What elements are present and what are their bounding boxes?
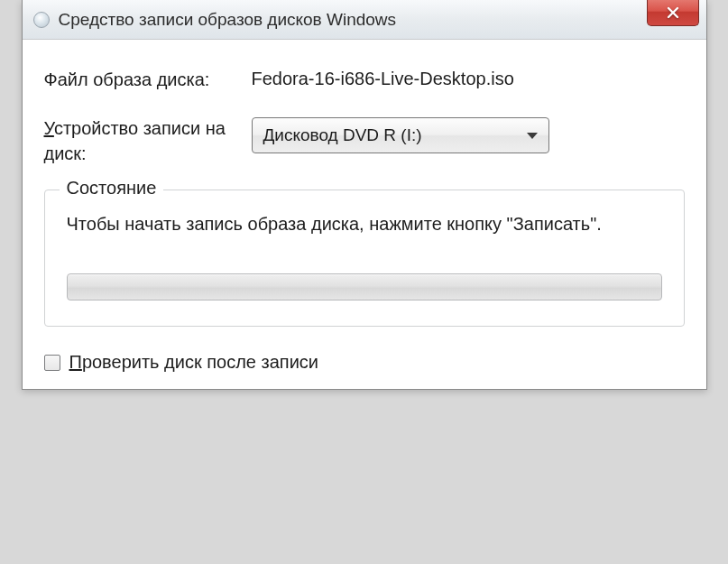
burner-label: Устройство записи на диск:: [44, 116, 252, 166]
status-text: Чтобы начать запись образа диска, нажмит…: [67, 210, 662, 237]
verify-checkbox[interactable]: [44, 355, 60, 371]
verify-checkbox-label[interactable]: Проверить диск после записи: [69, 352, 319, 373]
mnemonic-char: П: [69, 352, 82, 372]
burner-value-cell: Дисковод DVD R (I:): [252, 116, 685, 153]
status-group-title: Состояние: [60, 178, 164, 199]
burner-row: Устройство записи на диск: Дисковод DVD …: [44, 116, 685, 166]
burner-selected-value: Дисковод DVD R (I:): [263, 125, 527, 145]
progress-bar: [67, 273, 662, 300]
dialog-content: Файл образа диска: Fedora-16-i686-Live-D…: [23, 40, 706, 389]
mnemonic-char: У: [44, 118, 54, 138]
image-file-row: Файл образа диска: Fedora-16-i686-Live-D…: [44, 67, 685, 92]
image-file-label: Файл образа диска:: [44, 67, 252, 92]
burner-combobox[interactable]: Дисковод DVD R (I:): [252, 117, 549, 153]
titlebar: Средство записи образов дисков Windows: [23, 0, 706, 40]
burner-label-rest: стройство записи на диск:: [44, 118, 226, 163]
verify-checkbox-row: Проверить диск после записи: [44, 352, 685, 373]
app-icon: [33, 12, 50, 28]
dialog-window: Средство записи образов дисков Windows Ф…: [22, 0, 707, 390]
close-icon: [666, 5, 680, 20]
status-groupbox: Состояние Чтобы начать запись образа дис…: [44, 190, 685, 327]
image-file-value: Fedora-16-i686-Live-Desktop.iso: [252, 67, 685, 89]
verify-label-rest: роверить диск после записи: [82, 352, 318, 372]
chevron-down-icon: [527, 133, 538, 139]
window-title: Средство записи образов дисков Windows: [59, 10, 699, 30]
close-button[interactable]: [647, 0, 699, 26]
